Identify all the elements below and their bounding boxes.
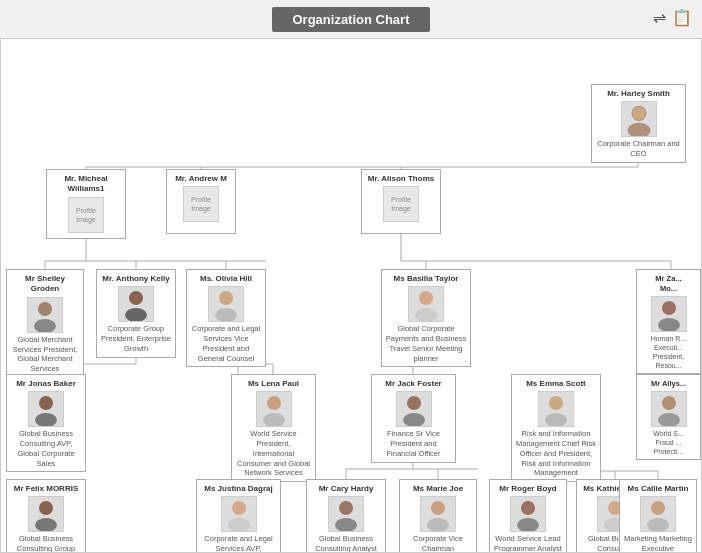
node-emma-img [538,391,574,427]
node-jonas-img [28,391,64,427]
shuffle-icon[interactable]: ⇌ [653,8,666,27]
node-micheal-name: Mr. Micheal Williams1 [50,174,122,195]
node-alison-img: ProfileImage [383,186,419,222]
node-allys-img [651,391,687,427]
info-icon[interactable]: 📋 [672,8,692,27]
node-jack-name: Mr Jack Foster [375,379,452,389]
svg-point-59 [339,501,353,515]
node-felix-img [28,496,64,532]
node-zamod[interactable]: Mr Za...Mo... Human R...Executi...Presid… [636,269,701,374]
svg-point-47 [267,396,281,410]
node-marie-img [420,496,456,532]
svg-point-53 [662,396,676,410]
node-cary-title: Global Business Consulting Analyst [310,534,382,553]
node-anthony-img [118,286,154,322]
node-roger-name: Mr Roger Boyd [493,484,563,494]
node-cary-name: Mr Cary Hardy [310,484,382,494]
node-jonas-title: Global Business Consulting AVP, Global C… [10,429,82,468]
svg-point-51 [549,396,563,410]
node-lena-title: World Service President, International C… [235,429,312,478]
chart-title: Organization Chart [272,7,429,32]
node-micheal-img: ProfileImage [68,197,104,233]
node-marie[interactable]: Ms Marie Joe Corporate Vice Chairman [399,479,477,553]
svg-point-50 [403,413,425,426]
node-olivia-img [208,286,244,322]
svg-point-37 [129,291,143,305]
node-zamod-title: Human R...Executi...President, Resou... [640,334,697,370]
node-andrew[interactable]: Mr. Andrew M ProfileImage [166,169,236,234]
node-olivia-name: Ms. Olivia Hill [190,274,262,284]
node-shelley[interactable]: Mr Shelley Groden Global Merchant Servic… [6,269,84,378]
chart-area: Mr. Harley Smith Corporate Chairman and … [0,38,702,553]
svg-point-58 [228,518,250,531]
svg-point-63 [521,501,535,515]
outer-container: Organization Chart ⇌ 📋 [0,0,702,553]
node-anthony-title: Corporate Group President, Enterprise Gr… [100,324,172,353]
svg-point-52 [545,413,567,426]
node-shelley-title: Global Merchant Services President, Glob… [10,335,80,374]
svg-point-39 [219,291,233,305]
node-callie-name: Ms Callie Martin [623,484,693,494]
svg-point-60 [335,518,357,531]
node-jonas-name: Mr Jonas Baker [10,379,82,389]
node-roger-title: World Service Lead Programmer Analyst [493,534,563,553]
node-shelley-img [27,297,63,333]
node-roger[interactable]: Mr Roger Boyd World Service Lead Program… [489,479,567,553]
toolbar-icons: ⇌ 📋 [653,8,692,27]
svg-point-44 [658,318,680,331]
svg-point-42 [415,308,437,321]
node-andrew-name: Mr. Andrew M [170,174,232,184]
node-basilia[interactable]: Ms Basilia Taylor Global Corporate Payme… [381,269,471,367]
node-felix-name: Mr Felix MORRIS [10,484,82,494]
node-cary-img [328,496,364,532]
svg-point-36 [34,319,56,332]
node-callie-img [640,496,676,532]
svg-point-57 [232,501,246,515]
node-lena[interactable]: Ms Lena Paul World Service President, In… [231,374,316,482]
node-emma[interactable]: Ms Emma Scott Risk and Information Manag… [511,374,601,482]
node-andrew-img: ProfileImage [183,186,219,222]
node-emma-title: Risk and Information Management Chief Ri… [515,429,597,478]
node-allys-title: World S...Fraud ...Protecti... [640,429,697,456]
svg-point-33 [627,123,650,137]
node-callie-title: Marketing Marketing Executive [623,534,693,553]
node-basilia-img [408,286,444,322]
node-olivia-title: Corporate and Legal Services Vice Presid… [190,324,262,363]
svg-point-49 [407,396,421,410]
svg-point-67 [651,501,665,515]
svg-point-56 [35,518,57,531]
svg-point-45 [39,396,53,410]
node-allys[interactable]: Mr Allys... World S...Fraud ...Protecti.… [636,374,701,460]
node-basilia-name: Ms Basilia Taylor [385,274,467,284]
node-jack-img [396,391,432,427]
node-harley[interactable]: Mr. Harley Smith Corporate Chairman and … [591,84,686,163]
top-bar: Organization Chart ⇌ 📋 [0,0,702,38]
node-basilia-title: Global Corporate Payments and Business T… [385,324,467,363]
node-justina[interactable]: Ms Justina Dagraj Corporate and Legal Se… [196,479,281,553]
node-zamod-name: Mr Za...Mo... [640,274,697,294]
node-anthony-name: Mr. Anthony Kelly [100,274,172,284]
svg-point-38 [125,308,147,321]
node-jack-title: Finance Sr Vice President and Financial … [375,429,452,458]
node-justina-title: Corporate and Legal Services AVP, Corpor… [200,534,277,553]
node-olivia[interactable]: Ms. Olivia Hill Corporate and Legal Serv… [186,269,266,367]
node-jonas[interactable]: Mr Jonas Baker Global Business Consultin… [6,374,86,472]
node-cary[interactable]: Mr Cary Hardy Global Business Consulting… [306,479,386,553]
node-alison[interactable]: Mr. Alison Thoms ProfileImage [361,169,441,234]
node-anthony[interactable]: Mr. Anthony Kelly Corporate Group Presid… [96,269,176,358]
node-micheal[interactable]: Mr. Micheal Williams1 ProfileImage [46,169,126,239]
node-shelley-name: Mr Shelley Groden [10,274,80,295]
node-jack[interactable]: Mr Jack Foster Finance Sr Vice President… [371,374,456,463]
node-felix[interactable]: Mr Felix MORRIS Global Business Consulti… [6,479,86,553]
node-lena-name: Ms Lena Paul [235,379,312,389]
node-alison-name: Mr. Alison Thoms [365,174,437,184]
svg-point-43 [662,301,676,315]
node-allys-name: Mr Allys... [640,379,697,389]
svg-point-68 [647,518,669,531]
node-callie[interactable]: Ms Callie Martin Marketing Marketing Exe… [619,479,697,553]
node-felix-title: Global Business Consulting Group Preside… [10,534,82,553]
svg-point-46 [35,413,57,426]
svg-point-64 [517,518,539,531]
node-harley-img [621,101,657,137]
node-harley-name: Mr. Harley Smith [595,89,682,99]
